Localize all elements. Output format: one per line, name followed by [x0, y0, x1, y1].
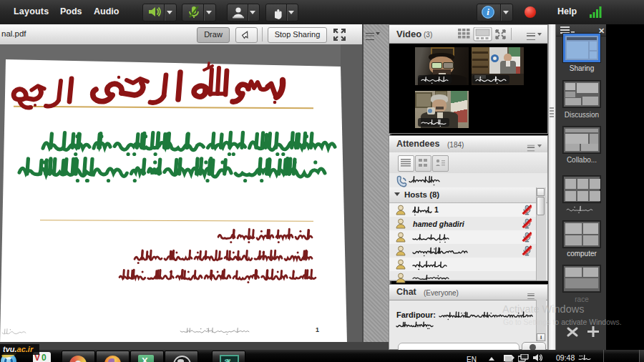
- svg-text:i: i: [487, 6, 489, 17]
